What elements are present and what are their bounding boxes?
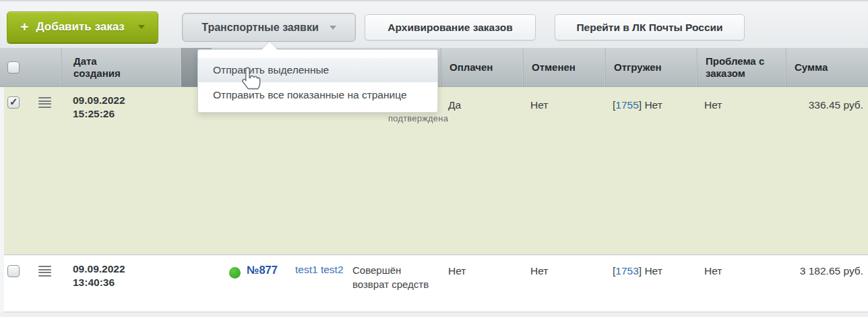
archive-orders-button[interactable]: Архивирование заказов <box>365 14 536 40</box>
menu-arrow-icon <box>261 42 278 50</box>
cell-shipped: [1753] Нет <box>613 265 662 277</box>
menu-item-send-selected-label: Отправить выделенные <box>213 64 329 76</box>
cell-paid: Да <box>448 99 461 111</box>
left-gutter <box>0 87 4 312</box>
row-date: 09.09.2022 <box>73 94 125 107</box>
menu-item-send-selected[interactable]: Отправить выделенные <box>198 58 437 82</box>
transport-requests-menu: Отправить выделенные Отправить все показ… <box>197 49 438 113</box>
column-header-problem-label: Проблема с заказом <box>706 55 768 80</box>
cell-problem: Нет <box>704 99 722 111</box>
column-header-canceled[interactable]: Отменен <box>522 48 604 87</box>
drag-handle-icon[interactable] <box>38 97 51 108</box>
row-status-fragment: подтверждена <box>388 113 448 123</box>
column-header-date[interactable]: Дата создания <box>61 48 181 87</box>
cell-paid: Нет <box>448 265 466 277</box>
status-dot-icon <box>229 267 241 279</box>
cell-canceled: Нет <box>530 99 548 111</box>
archive-orders-label: Архивирование заказов <box>388 22 512 34</box>
cell-status: Совершён возврат средств <box>352 263 432 291</box>
column-header-shipped-label: Отгружен <box>614 61 662 74</box>
column-header-date-label: Дата создания <box>73 55 131 80</box>
customer-link[interactable]: test1 test2 <box>295 264 344 276</box>
cell-sum: 3 182.65 руб. <box>800 265 863 277</box>
cell-canceled: Нет <box>530 265 548 277</box>
column-header-problem[interactable]: Проблема с заказом <box>696 48 785 87</box>
plus-icon: + <box>20 19 28 35</box>
post-russia-account-button[interactable]: Перейти в ЛК Почты России <box>555 14 745 40</box>
shipment-link[interactable]: 1753 <box>615 265 638 277</box>
cell-shipped: [1755] Нет <box>613 99 662 111</box>
add-order-button[interactable]: + Добавить заказ <box>7 11 158 42</box>
chevron-down-icon <box>138 25 145 29</box>
cell-sum: 336.45 руб. <box>809 99 863 111</box>
column-header-sum-label: Сумма <box>795 61 828 74</box>
shipment-link[interactable]: 1755 <box>615 99 638 111</box>
column-header-canceled-label: Отменен <box>532 61 576 74</box>
select-all-checkbox[interactable] <box>7 61 20 74</box>
row-time: 15:25:26 <box>73 107 125 121</box>
column-header-paid[interactable]: Оплачен <box>440 48 522 87</box>
row-checkbox[interactable] <box>7 96 20 109</box>
menu-item-send-all-on-page-label: Отправить все показанные на странице <box>213 89 407 101</box>
column-header-shipped[interactable]: Отгружен <box>604 48 696 87</box>
order-number-link[interactable]: №877 <box>247 264 278 277</box>
chevron-down-icon <box>330 26 336 30</box>
transport-requests-label: Транспортные заявки <box>202 22 319 34</box>
toolbar: + Добавить заказ Транспортные заявки Арх… <box>0 1 868 48</box>
post-russia-account-label: Перейти в ЛК Почты России <box>576 22 722 34</box>
transport-requests-button[interactable]: Транспортные заявки <box>182 13 356 42</box>
menu-item-send-all-on-page[interactable]: Отправить все показанные на странице <box>198 82 437 108</box>
row-time: 13:40:36 <box>73 276 125 289</box>
column-header-sum[interactable]: Сумма <box>785 48 868 87</box>
column-header-paid-label: Оплачен <box>450 61 493 74</box>
row-date: 09.09.2022 <box>73 262 125 276</box>
table-row: 09.09.2022 13:40:36 №877 test1 test2 Сов… <box>0 256 868 312</box>
row-checkbox[interactable] <box>7 265 20 277</box>
orders-page: + Добавить заказ Транспортные заявки Арх… <box>0 0 868 317</box>
cell-problem: Нет <box>704 265 722 277</box>
bottom-strip <box>0 312 868 317</box>
add-order-label: Добавить заказ <box>36 20 124 34</box>
drag-handle-icon[interactable] <box>38 266 51 277</box>
